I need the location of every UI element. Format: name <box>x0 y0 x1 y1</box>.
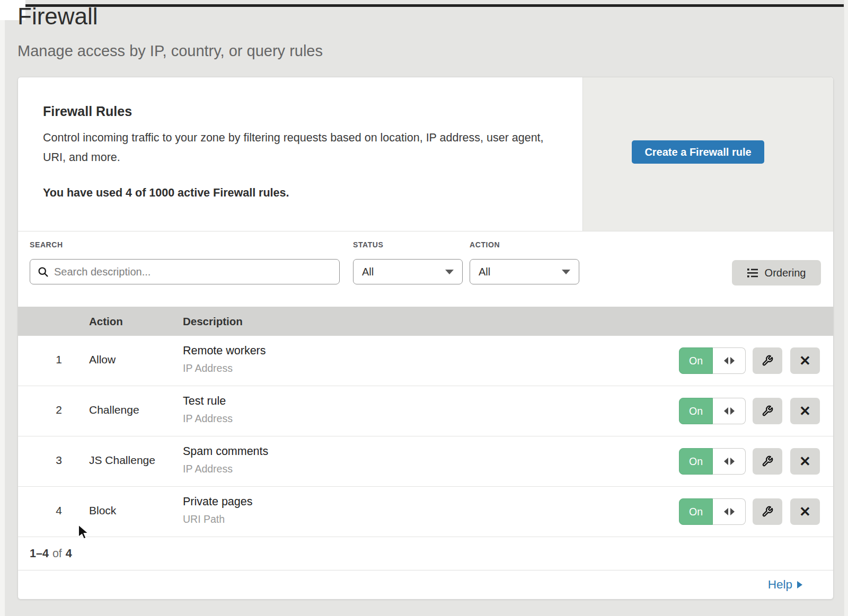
top-border-line <box>25 4 844 7</box>
edit-rule-button[interactable] <box>753 448 782 475</box>
edit-rule-button[interactable] <box>753 398 782 424</box>
toggle-on-button[interactable]: On <box>679 498 713 525</box>
left-arrow-icon <box>724 357 728 364</box>
wrench-icon <box>762 355 773 367</box>
rule-toggle: On <box>679 498 746 525</box>
table-row: 1 Allow Remote workers IP Address On ✕ <box>18 336 833 386</box>
rule-field: IP Address <box>183 362 233 374</box>
chevron-down-icon <box>562 270 570 274</box>
rule-field: IP Address <box>183 463 233 475</box>
pagination-total: 4 <box>66 547 72 560</box>
rule-action: Block <box>89 504 116 517</box>
right-arrow-icon <box>730 458 735 465</box>
delete-rule-button[interactable]: ✕ <box>790 398 820 424</box>
table-row: 4 Block Private pages URI Path On ✕ <box>18 487 833 537</box>
pagination-range: 1–4 <box>30 547 49 560</box>
rules-card-description: Control incoming traffic to your zone by… <box>43 128 546 167</box>
toggle-slider-handle[interactable] <box>713 448 746 475</box>
table-row: 3 JS Challenge Spam comments IP Address … <box>18 436 833 487</box>
rule-description: Remote workers <box>183 344 266 358</box>
firewall-rules-card: Create a Firewall rule Firewall Rules Co… <box>17 77 834 600</box>
action-select-value: All <box>479 266 490 278</box>
rule-description: Spam comments <box>183 445 268 458</box>
rule-field: URI Path <box>183 513 225 525</box>
page-edge-left <box>0 0 5 616</box>
close-icon: ✕ <box>799 504 811 520</box>
edit-rule-button[interactable] <box>753 498 782 525</box>
wrench-icon <box>762 405 773 417</box>
pagination-status: 1–4 of 4 <box>30 537 72 570</box>
pagination-of-word: of <box>52 547 62 560</box>
rule-toggle: On <box>679 347 746 374</box>
help-arrow-icon <box>797 581 802 588</box>
help-link[interactable]: Help <box>768 570 802 600</box>
toggle-slider-handle[interactable] <box>713 347 746 374</box>
page-edge-right <box>844 0 848 616</box>
rule-description: Test rule <box>183 395 226 408</box>
page-subtitle: Manage access by IP, country, or query r… <box>17 42 323 60</box>
action-select[interactable]: All <box>470 259 579 284</box>
close-icon: ✕ <box>799 403 811 419</box>
delete-rule-button[interactable]: ✕ <box>790 448 820 475</box>
search-field-container <box>30 259 340 284</box>
action-label: ACTION <box>470 240 500 249</box>
rule-toggle: On <box>679 398 746 424</box>
chevron-down-icon <box>445 270 454 274</box>
close-icon: ✕ <box>799 453 811 470</box>
column-header-description: Description <box>183 315 243 328</box>
section-divider <box>18 231 833 231</box>
rule-priority: 2 <box>50 404 68 416</box>
right-arrow-icon <box>730 407 735 415</box>
wrench-icon <box>762 506 773 517</box>
page-title: Firewall <box>17 3 98 30</box>
delete-rule-button[interactable]: ✕ <box>790 347 820 374</box>
rule-description: Private pages <box>183 495 252 508</box>
status-label: STATUS <box>353 240 384 249</box>
table-row: 2 Challenge Test rule IP Address On ✕ <box>18 386 833 436</box>
wrench-icon <box>762 456 773 467</box>
left-arrow-icon <box>724 458 728 465</box>
toggle-slider-handle[interactable] <box>713 398 746 424</box>
status-select[interactable]: All <box>353 259 463 284</box>
search-icon <box>38 266 49 278</box>
rule-priority: 4 <box>50 504 68 517</box>
help-link-label: Help <box>768 578 792 592</box>
right-arrow-icon <box>730 508 735 515</box>
left-arrow-icon <box>724 407 728 415</box>
toggle-on-button[interactable]: On <box>679 448 713 475</box>
ordering-button[interactable]: Ordering <box>732 260 821 285</box>
right-arrow-icon <box>730 357 735 364</box>
rules-card-heading: Firewall Rules <box>43 104 132 119</box>
rules-usage-text: You have used 4 of 1000 active Firewall … <box>43 186 289 200</box>
rule-action: Allow <box>89 353 116 366</box>
create-firewall-rule-button[interactable]: Create a Firewall rule <box>632 140 764 164</box>
delete-rule-button[interactable]: ✕ <box>790 498 820 525</box>
footer-divider <box>18 570 833 570</box>
search-label: SEARCH <box>30 240 63 249</box>
ordering-button-label: Ordering <box>765 267 806 279</box>
rule-action: JS Challenge <box>89 454 155 467</box>
edit-rule-button[interactable] <box>753 347 782 374</box>
status-select-value: All <box>362 266 374 278</box>
column-header-action: Action <box>89 315 123 328</box>
rule-action: Challenge <box>89 404 139 416</box>
rule-priority: 1 <box>50 353 68 366</box>
rule-priority: 3 <box>50 454 68 467</box>
rule-toggle: On <box>679 448 746 475</box>
toggle-slider-handle[interactable] <box>713 498 746 525</box>
left-arrow-icon <box>724 508 728 515</box>
toggle-on-button[interactable]: On <box>679 347 713 374</box>
table-header: Action Description <box>18 307 833 336</box>
rule-field: IP Address <box>183 413 233 425</box>
create-rule-panel: Create a Firewall rule <box>582 77 833 231</box>
close-icon: ✕ <box>799 353 811 369</box>
search-input[interactable] <box>54 266 332 278</box>
toggle-on-button[interactable]: On <box>679 398 713 424</box>
ordering-list-icon <box>747 268 759 278</box>
